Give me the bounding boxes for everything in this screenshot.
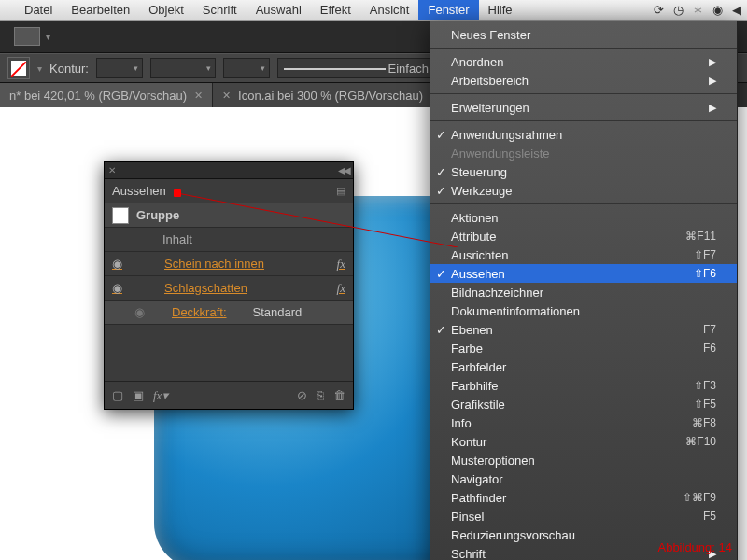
- fill-swatch[interactable]: [7, 57, 30, 79]
- menu-auswahl[interactable]: Auswahl: [247, 0, 311, 20]
- visibility-icon[interactable]: ◉: [112, 257, 127, 271]
- menu-item[interactable]: Attribute⌘F11: [430, 227, 737, 245]
- close-icon[interactable]: ✕: [108, 165, 116, 175]
- tab-2[interactable]: ✕Icon.ai bei 300 % (RGB/Vorschau): [213, 83, 433, 107]
- effect-row-drop-shadow[interactable]: ◉ Schlagschatten fx: [105, 276, 353, 301]
- menu-item[interactable]: ✓Steuerung: [430, 162, 737, 181]
- menu-item[interactable]: FarbeF6: [430, 339, 737, 357]
- group-label: Gruppe: [136, 208, 179, 222]
- menu-item[interactable]: Pathfinder⇧⌘F9: [430, 488, 737, 507]
- add-effect-icon[interactable]: fx▾: [153, 388, 168, 403]
- menu-item[interactable]: ✓Werkzeuge: [430, 181, 737, 200]
- menu-item[interactable]: ✓Aussehen⇧F6: [430, 264, 737, 283]
- content-row[interactable]: Inhalt: [105, 228, 353, 252]
- stroke-weight-dropdown[interactable]: [96, 58, 143, 78]
- menu-item[interactable]: Kontur⌘F10: [430, 432, 737, 451]
- duplicate-icon[interactable]: ⎘: [317, 388, 324, 402]
- menu-item[interactable]: Musteroptionen: [430, 451, 737, 469]
- menu-item[interactable]: Dokumentinformationen: [430, 301, 737, 320]
- close-icon[interactable]: ✕: [222, 90, 231, 102]
- menu-effekt[interactable]: Effekt: [311, 0, 360, 20]
- menu-schrift[interactable]: Schrift: [193, 0, 247, 20]
- fenster-menu-dropdown[interactable]: Neues FensterAnordnen▶Arbeitsbereich▶Erw…: [430, 21, 738, 560]
- figure-caption: Abbildung: 14: [657, 540, 732, 554]
- appearance-target-row[interactable]: Gruppe: [105, 203, 353, 228]
- status-icons: ⟳ ◷ ∗ ◉ ◀: [654, 3, 741, 17]
- panel-footer: ▢ ▣ fx▾ ⊘ ⎘ 🗑: [105, 381, 353, 409]
- panel-menu-icon[interactable]: ▤: [336, 185, 345, 197]
- bluetooth-icon[interactable]: ∗: [693, 3, 703, 17]
- layout-button[interactable]: [14, 27, 40, 46]
- panel-title-row: Aussehen ▤: [105, 179, 353, 203]
- panel-title: Aussehen: [112, 184, 166, 198]
- menu-fenster[interactable]: Fenster: [418, 0, 478, 20]
- time-icon[interactable]: ◷: [673, 3, 684, 17]
- thumbnail-icon: [112, 207, 129, 224]
- menu-objekt[interactable]: Objekt: [139, 0, 193, 20]
- panel-tabbar[interactable]: ✕ ◀◀: [105, 162, 353, 179]
- menu-item[interactable]: Anordnen▶: [430, 52, 737, 71]
- menu-item[interactable]: Info⌘F8: [430, 413, 737, 432]
- clear-icon[interactable]: ⊘: [297, 388, 307, 402]
- brush-dropdown[interactable]: Einfach: [277, 58, 455, 78]
- menu-item[interactable]: Farbfelder: [430, 357, 737, 376]
- dropdown-icon[interactable]: ▾: [46, 32, 50, 42]
- fx-icon[interactable]: fx: [337, 281, 345, 296]
- menu-item[interactable]: Grafikstile⇧F5: [430, 395, 737, 413]
- volume-icon[interactable]: ◀: [732, 3, 741, 17]
- menu-item[interactable]: Bildnachzeichner: [430, 283, 737, 301]
- menu-item[interactable]: Neues Fenster: [430, 25, 737, 44]
- menu-item[interactable]: Navigator: [430, 469, 737, 488]
- visibility-icon[interactable]: ◉: [112, 281, 127, 295]
- tab-1[interactable]: n* bei 420,01 % (RGB/Vorschau)✕: [0, 83, 213, 107]
- stroke-extra-dropdown[interactable]: [223, 58, 270, 78]
- menu-item[interactable]: Ausrichten⇧F7: [430, 245, 737, 264]
- collapse-icon[interactable]: ◀◀: [338, 165, 349, 175]
- menu-bearbeiten[interactable]: Bearbeiten: [62, 0, 139, 20]
- wifi-icon[interactable]: ◉: [712, 3, 723, 17]
- menu-hilfe[interactable]: Hilfe: [479, 0, 522, 20]
- menu-item[interactable]: PinselF5: [430, 507, 737, 525]
- sync-icon[interactable]: ⟳: [654, 3, 664, 17]
- mac-menubar: Datei Bearbeiten Objekt Schrift Auswahl …: [0, 0, 747, 21]
- opacity-row[interactable]: ◉ Deckkraft: Standard: [105, 301, 353, 325]
- menu-item[interactable]: Erweiterungen▶: [430, 98, 737, 117]
- menu-item[interactable]: Aktionen: [430, 208, 737, 227]
- effect-row-inner-glow[interactable]: ◉ Schein nach innen fx: [105, 252, 353, 276]
- appearance-panel[interactable]: ✕ ◀◀ Aussehen ▤ Gruppe Inhalt ◉ Schein n…: [104, 161, 354, 410]
- new-stroke-icon[interactable]: ▣: [133, 388, 144, 402]
- menu-item[interactable]: ✓Anwendungsrahmen: [430, 125, 737, 144]
- new-fill-icon[interactable]: ▢: [112, 388, 123, 402]
- trash-icon[interactable]: 🗑: [333, 388, 345, 402]
- menu-ansicht[interactable]: Ansicht: [360, 0, 419, 20]
- close-icon[interactable]: ✕: [194, 90, 203, 102]
- menu-item[interactable]: Arbeitsbereich▶: [430, 71, 737, 90]
- menu-datei[interactable]: Datei: [15, 0, 62, 20]
- menu-item: Anwendungsleiste: [430, 144, 737, 162]
- stroke-style-dropdown[interactable]: [150, 58, 216, 78]
- annotation-dot: [174, 189, 181, 197]
- kontur-label: Kontur:: [49, 62, 89, 76]
- visibility-icon[interactable]: ◉: [134, 305, 149, 319]
- menu-item[interactable]: Farbhilfe⇧F3: [430, 376, 737, 395]
- menu-item[interactable]: ✓EbenenF7: [430, 320, 737, 339]
- fx-icon[interactable]: fx: [337, 257, 345, 272]
